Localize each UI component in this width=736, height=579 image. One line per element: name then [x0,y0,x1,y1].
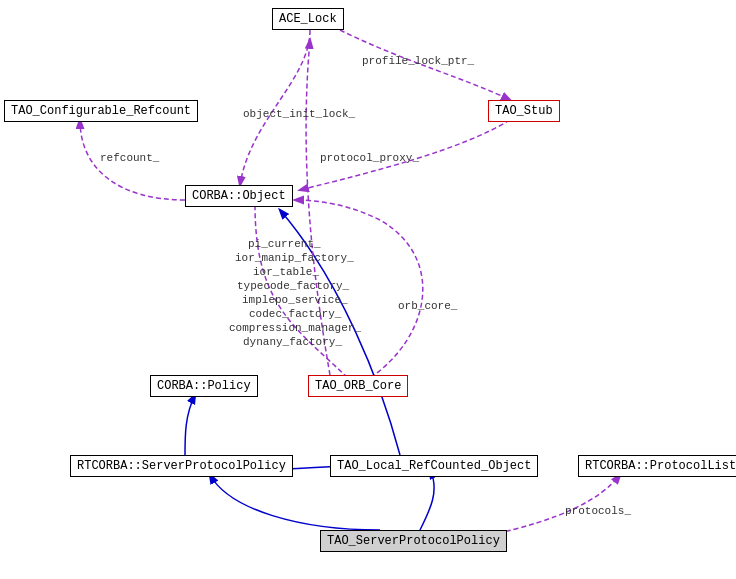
label-compression-manager: compression_manager_ [229,322,361,334]
label-typecode-factory: typecode_factory_ [237,280,349,292]
node-tao-stub: TAO_Stub [488,100,560,122]
node-rtcorba-server-protocol-policy: RTCORBA::ServerProtocolPolicy [70,455,293,477]
node-rtcorba-protocol-list: RTCORBA::ProtocolList [578,455,736,477]
node-corba-policy: CORBA::Policy [150,375,258,397]
label-pi-current: pi_current_ [248,238,321,250]
label-profile-lock-ptr: profile_lock_ptr_ [362,55,474,67]
label-ior-manip-factory: ior_manip_factory_ [235,252,354,264]
node-tao-configurable-refcount: TAO_Configurable_Refcount [4,100,198,122]
label-implepo-service: implepo_service_ [242,294,348,306]
label-orb-core: orb_core_ [398,300,457,312]
label-ior-table: ior_table_ [253,266,319,278]
label-protocols: protocols_ [565,505,631,517]
node-tao-local-refcounted-object: TAO_Local_RefCounted_Object [330,455,538,477]
label-dynany-factory: dynany_factory_ [243,336,342,348]
node-tao-server-protocol-policy: TAO_ServerProtocolPolicy [320,530,507,552]
arrows-svg [0,0,736,579]
node-corba-object: CORBA::Object [185,185,293,207]
label-object-init-lock: object_init_lock_ [243,108,355,120]
label-refcount: refcount_ [100,152,159,164]
node-tao-orb-core: TAO_ORB_Core [308,375,408,397]
diagram-container: ACE_Lock TAO_Configurable_Refcount TAO_S… [0,0,736,579]
label-codec-factory: codec_factory_ [249,308,341,320]
label-protocol-proxy: protocol_proxy_ [320,152,419,164]
node-ace-lock: ACE_Lock [272,8,344,30]
